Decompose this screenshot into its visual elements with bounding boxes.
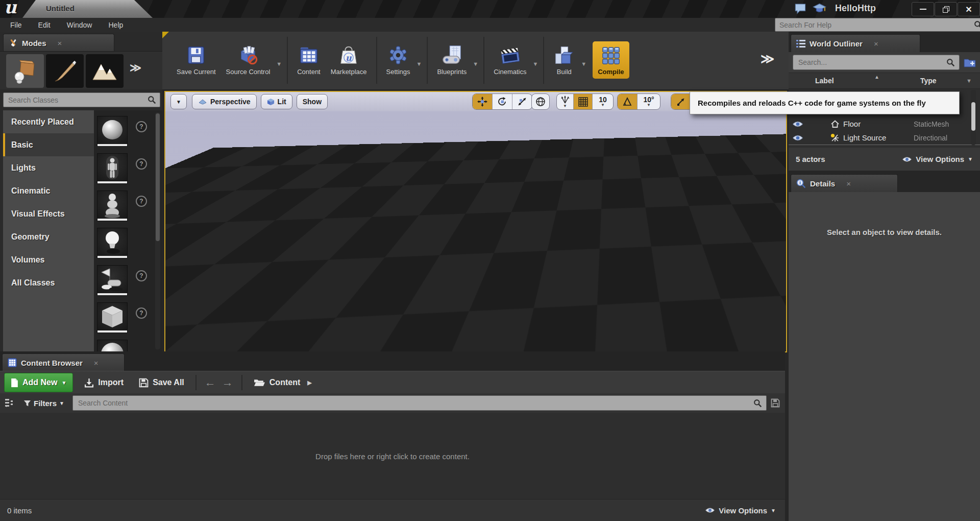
forward-arrow-icon[interactable]: → [219, 376, 236, 389]
sort-ascending-icon[interactable]: ▲ [874, 74, 879, 80]
build-dropdown-arrow[interactable]: ▼ [581, 54, 586, 67]
scale-snap-toggle[interactable] [671, 94, 691, 109]
category-visual-effects[interactable]: Visual Effects [3, 202, 94, 225]
content-browser-tab[interactable]: Content Browser × [2, 353, 125, 371]
asset-drop-area[interactable]: Drop files here or right click to create… [0, 413, 785, 500]
help-badge[interactable]: ? [136, 270, 147, 281]
add-new-button[interactable]: Add New ▼ [4, 373, 73, 392]
blueprints-button[interactable]: Blueprints [432, 41, 472, 79]
rotate-tool-button[interactable] [493, 94, 512, 109]
breadcrumb-content-folder[interactable]: Content ▶ [248, 378, 318, 387]
help-badge[interactable]: ? [136, 196, 147, 207]
content-view-options-button[interactable]: View Options ▼ [705, 506, 776, 515]
scale-tool-button[interactable] [512, 94, 532, 109]
save-all-button[interactable]: Save All [133, 378, 190, 388]
content-button[interactable]: Content [292, 41, 326, 79]
outliner-search-input[interactable] [797, 58, 946, 67]
outliner-row-light-source[interactable]: Light Source Directional [789, 131, 980, 145]
placeable-sphere-2[interactable] [97, 340, 128, 351]
placeable-point-light[interactable] [97, 228, 128, 258]
visibility-eye-icon[interactable] [792, 121, 803, 128]
world-local-toggle[interactable] [531, 93, 550, 110]
show-menu-button[interactable]: Show [297, 94, 328, 109]
modes-expand-chevron-icon[interactable]: ≫ [130, 61, 141, 75]
menu-file[interactable]: File [2, 19, 30, 31]
content-search-input[interactable] [77, 398, 753, 408]
outliner-row-floor[interactable]: Floor StaticMesh [789, 117, 980, 131]
world-outliner-tab[interactable]: World Outliner × [791, 34, 920, 52]
details-tab-close-icon[interactable]: × [846, 179, 851, 188]
help-search[interactable] [775, 18, 980, 32]
outliner-scrollbar-thumb[interactable] [971, 102, 975, 131]
build-button[interactable]: Build [548, 41, 580, 79]
perspective-button[interactable]: Perspective [192, 94, 257, 109]
category-volumes[interactable]: Volumes [3, 248, 94, 271]
placeable-sphere[interactable] [97, 116, 128, 147]
modes-scrollbar[interactable] [155, 112, 160, 349]
content-search[interactable] [72, 395, 767, 411]
search-classes[interactable] [3, 92, 160, 107]
source-control-dropdown-arrow[interactable]: ▼ [276, 54, 282, 67]
grid-snap-value[interactable]: 10 ▼ [593, 94, 613, 109]
restore-button[interactable] [935, 2, 957, 16]
visibility-eye-icon[interactable] [792, 134, 803, 141]
modes-scrollbar-thumb[interactable] [156, 113, 160, 241]
category-all-classes[interactable]: All Classes [3, 271, 94, 294]
world-outliner-tab-close-icon[interactable]: × [874, 39, 878, 48]
level-document-tab[interactable]: Untitled [22, 0, 153, 18]
type-column-header[interactable]: Type [920, 77, 937, 85]
viewport-help-icon[interactable]: ? [175, 334, 187, 346]
toolbar-overflow-chevron-icon[interactable]: ≫ [761, 51, 774, 67]
placeable-cube[interactable] [97, 302, 128, 333]
content-browser-tab-close-icon[interactable]: × [94, 359, 99, 367]
feedback-bubble-icon[interactable] [794, 3, 806, 14]
back-arrow-icon[interactable]: ← [202, 376, 219, 389]
place-mode-button[interactable] [6, 54, 44, 88]
save-search-icon[interactable] [771, 398, 780, 408]
placeable-character[interactable] [97, 153, 128, 184]
menu-help[interactable]: Help [100, 19, 131, 31]
settings-button[interactable]: Settings [381, 41, 415, 79]
outliner-scrollbar[interactable] [971, 90, 976, 145]
modes-tab[interactable]: Modes × [3, 34, 114, 52]
minimize-button[interactable] [912, 2, 934, 16]
help-search-input[interactable] [778, 20, 974, 30]
source-control-button[interactable]: Source Control [221, 41, 276, 79]
menu-window[interactable]: Window [59, 19, 101, 31]
close-button[interactable]: ✕ [958, 2, 980, 16]
category-geometry[interactable]: Geometry [3, 225, 94, 248]
viewport-options-dropdown[interactable]: ▼ [170, 94, 187, 109]
help-badge[interactable]: ? [136, 158, 147, 170]
details-tab[interactable]: i Details × [791, 174, 898, 192]
category-recently-placed[interactable]: Recently Placed [3, 110, 94, 133]
lit-mode-button[interactable]: Lit [261, 94, 292, 109]
level-viewport[interactable]: X Y ? Level: Untitled (Persistent) ▼ Per… [164, 91, 787, 352]
type-filter-icon[interactable]: ▼ [966, 78, 972, 84]
surface-snap-button[interactable]: ▼ [557, 94, 574, 109]
save-current-button[interactable]: Save Current [172, 41, 221, 79]
modes-tab-close-icon[interactable]: × [58, 39, 62, 48]
placeable-pawn[interactable] [97, 191, 128, 221]
rotation-snap-toggle[interactable] [618, 94, 638, 109]
viewport-3d-scene[interactable]: X Y ? Level: Untitled (Persistent) [165, 111, 786, 351]
tutorials-cap-icon[interactable] [813, 3, 826, 14]
category-basic[interactable]: Basic [3, 133, 94, 156]
compile-button[interactable]: Compile [593, 41, 629, 79]
move-tool-button[interactable] [473, 94, 493, 109]
menu-edit[interactable]: Edit [30, 19, 59, 31]
cinematics-button[interactable]: Cinematics [488, 41, 531, 79]
player-start-actor[interactable] [441, 180, 497, 239]
category-lights[interactable]: Lights [3, 156, 94, 179]
outliner-view-options-button[interactable]: View Options ▼ [902, 155, 973, 163]
rotation-snap-value[interactable]: 10° ▼ [638, 94, 660, 109]
outliner-search[interactable] [793, 55, 960, 70]
level-name[interactable]: Untitled (Persistent) [695, 334, 773, 343]
help-badge[interactable]: ? [136, 307, 147, 319]
landscape-mode-button[interactable] [86, 54, 124, 88]
cinematics-dropdown-arrow[interactable]: ▼ [532, 54, 538, 67]
marketplace-button[interactable]: u Marketplace [326, 41, 372, 79]
search-classes-input[interactable] [7, 96, 148, 105]
blueprints-dropdown-arrow[interactable]: ▼ [473, 54, 478, 67]
settings-dropdown-arrow[interactable]: ▼ [416, 54, 422, 67]
help-badge[interactable]: ? [136, 121, 147, 132]
